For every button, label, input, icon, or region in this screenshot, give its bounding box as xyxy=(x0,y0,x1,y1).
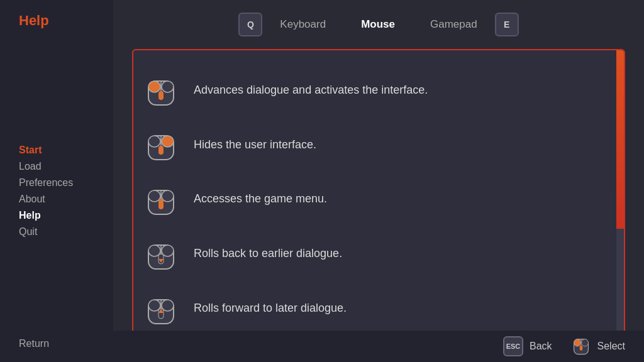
mouse-icon-scroll-down xyxy=(146,236,176,272)
sidebar-item-start[interactable]: Start xyxy=(19,142,113,158)
help-content-box: Advances dialogue and activates the inte… xyxy=(132,49,625,349)
sidebar-title: Help xyxy=(0,13,113,29)
tab-keyboard[interactable]: Keyboard xyxy=(262,13,343,36)
svg-rect-29 xyxy=(581,339,588,346)
svg-rect-28 xyxy=(574,339,580,346)
svg-rect-7 xyxy=(162,136,174,147)
sidebar: Help Start Load Preferences About Help Q… xyxy=(0,0,113,362)
tab-mouse[interactable]: Mouse xyxy=(343,13,413,36)
help-text-middle-click: Accesses the game menu. xyxy=(194,192,327,206)
sidebar-nav: Start Load Preferences About Help Quit xyxy=(0,142,113,240)
select-button[interactable]: Select xyxy=(571,336,625,356)
svg-rect-11 xyxy=(148,190,160,202)
main-content: Q Keyboard Mouse Gamepad E Advances dial… xyxy=(113,0,644,362)
help-text-right-click: Hides the user interface. xyxy=(194,138,316,151)
help-list: Advances dialogue and activates the inte… xyxy=(133,50,616,348)
svg-rect-1 xyxy=(148,81,160,92)
back-icon: ESC xyxy=(503,336,523,356)
sidebar-item-about[interactable]: About xyxy=(19,191,113,207)
select-label: Select xyxy=(597,341,625,352)
svg-rect-6 xyxy=(148,136,160,147)
help-item-left-click: Advances dialogue and activates the inte… xyxy=(146,69,597,111)
help-text-scroll-up: Rolls forward to later dialogue. xyxy=(194,302,347,315)
tab-icon-e[interactable]: E xyxy=(495,13,519,36)
mouse-icon-right-click xyxy=(146,127,176,162)
sidebar-item-preferences[interactable]: Preferences xyxy=(19,175,113,191)
mouse-icon-scroll-up xyxy=(146,291,176,326)
svg-rect-14 xyxy=(158,199,164,209)
help-text-scroll-down: Rolls back to earlier dialogue. xyxy=(194,247,342,260)
sidebar-item-help[interactable]: Help xyxy=(19,207,113,224)
scrollbar-thumb[interactable] xyxy=(616,50,624,229)
back-button[interactable]: ESC Back xyxy=(503,336,552,356)
svg-rect-16 xyxy=(148,245,160,256)
sidebar-item-load[interactable]: Load xyxy=(19,158,113,175)
tab-icon-q[interactable]: Q xyxy=(238,13,262,36)
help-item-scroll-down: Rolls back to earlier dialogue. xyxy=(146,233,597,275)
svg-rect-17 xyxy=(162,245,174,256)
mouse-icon-left-click xyxy=(146,72,176,107)
help-item-scroll-up: Rolls forward to later dialogue. xyxy=(146,287,597,330)
tab-bar: Q Keyboard Mouse Gamepad E xyxy=(132,13,625,36)
svg-rect-9 xyxy=(158,146,164,155)
help-text-left-click: Advances dialogue and activates the inte… xyxy=(194,84,428,97)
bottom-bar: ESC Back Select xyxy=(113,331,644,362)
svg-rect-4 xyxy=(158,91,164,100)
help-item-right-click: Hides the user interface. xyxy=(146,123,597,166)
tab-gamepad[interactable]: Gamepad xyxy=(413,13,495,36)
help-item-middle-click: Accesses the game menu. xyxy=(146,178,597,221)
svg-rect-2 xyxy=(162,81,174,92)
select-mouse-icon xyxy=(571,336,591,356)
svg-rect-23 xyxy=(162,300,174,311)
scrollbar-track[interactable] xyxy=(616,50,624,348)
svg-rect-31 xyxy=(579,346,582,351)
back-label: Back xyxy=(530,341,552,352)
mouse-icon-middle-click xyxy=(146,182,176,217)
svg-rect-12 xyxy=(162,190,174,202)
sidebar-item-quit[interactable]: Quit xyxy=(19,224,113,240)
sidebar-return-button[interactable]: Return xyxy=(19,338,49,349)
svg-rect-22 xyxy=(148,300,160,311)
